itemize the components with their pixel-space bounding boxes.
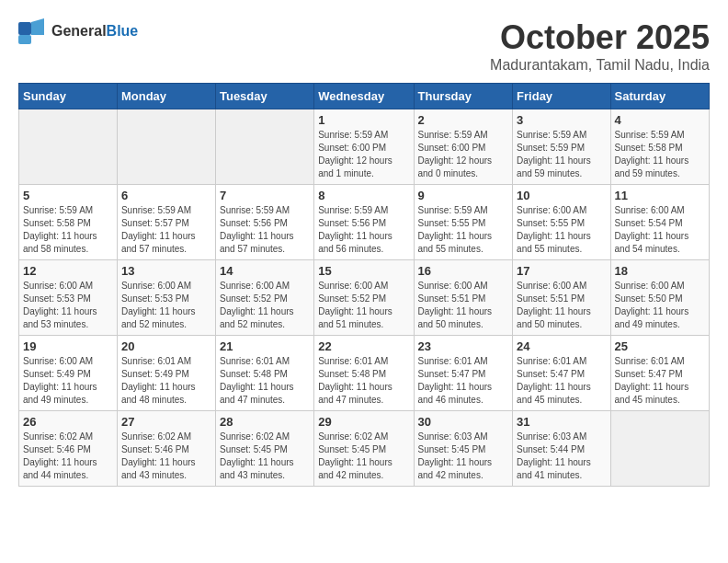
days-header-row: SundayMondayTuesdayWednesdayThursdayFrid… — [19, 84, 710, 109]
day-number: 6 — [121, 189, 211, 202]
calendar-cell: 21Sunrise: 6:01 AM Sunset: 5:48 PM Dayli… — [215, 336, 313, 411]
day-detail: Sunrise: 6:02 AM Sunset: 5:46 PM Dayligh… — [23, 431, 113, 482]
calendar-cell: 25Sunrise: 6:01 AM Sunset: 5:47 PM Dayli… — [610, 336, 709, 411]
calendar-cell: 8Sunrise: 5:59 AM Sunset: 5:56 PM Daylig… — [314, 185, 414, 260]
day-number: 27 — [121, 415, 211, 429]
day-detail: Sunrise: 5:59 AM Sunset: 5:59 PM Dayligh… — [517, 129, 606, 180]
title-area: October 2025 Madurantakam, Tamil Nadu, I… — [490, 18, 710, 74]
calendar-cell: 9Sunrise: 5:59 AM Sunset: 5:55 PM Daylig… — [414, 185, 513, 260]
day-detail: Sunrise: 6:00 AM Sunset: 5:54 PM Dayligh… — [615, 204, 705, 256]
day-number: 30 — [418, 415, 509, 429]
day-number: 21 — [220, 339, 310, 353]
logo-blue: Blue — [107, 23, 139, 39]
day-detail: Sunrise: 6:00 AM Sunset: 5:50 PM Dayligh… — [615, 280, 705, 331]
calendar-cell: 17Sunrise: 6:00 AM Sunset: 5:51 PM Dayli… — [513, 260, 610, 336]
calendar-cell: 3Sunrise: 5:59 AM Sunset: 5:59 PM Daylig… — [513, 109, 610, 185]
day-number: 3 — [517, 113, 606, 127]
calendar-cell: 1Sunrise: 5:59 AM Sunset: 6:00 PM Daylig… — [314, 109, 414, 185]
calendar-cell: 2Sunrise: 5:59 AM Sunset: 6:00 PM Daylig… — [414, 109, 513, 185]
calendar-table: SundayMondayTuesdayWednesdayThursdayFrid… — [18, 83, 710, 487]
calendar-cell: 30Sunrise: 6:03 AM Sunset: 5:45 PM Dayli… — [414, 411, 513, 487]
day-header-wednesday: Wednesday — [314, 84, 414, 109]
week-row-1: 1Sunrise: 5:59 AM Sunset: 6:00 PM Daylig… — [19, 109, 710, 185]
calendar-cell: 26Sunrise: 6:02 AM Sunset: 5:46 PM Dayli… — [19, 411, 118, 487]
day-header-friday: Friday — [513, 84, 610, 109]
day-detail: Sunrise: 5:59 AM Sunset: 5:55 PM Dayligh… — [418, 204, 509, 256]
day-detail: Sunrise: 5:59 AM Sunset: 6:00 PM Dayligh… — [318, 129, 409, 180]
day-header-monday: Monday — [117, 84, 215, 109]
calendar-cell: 18Sunrise: 6:00 AM Sunset: 5:50 PM Dayli… — [610, 260, 709, 336]
day-detail: Sunrise: 6:01 AM Sunset: 5:49 PM Dayligh… — [121, 355, 211, 407]
day-number: 13 — [121, 264, 211, 278]
day-number: 20 — [121, 339, 211, 353]
day-number: 15 — [318, 264, 409, 278]
day-number: 2 — [418, 113, 509, 127]
day-number: 29 — [318, 415, 409, 429]
day-number: 26 — [23, 415, 113, 429]
logo-icon — [18, 18, 48, 44]
day-detail: Sunrise: 6:02 AM Sunset: 5:45 PM Dayligh… — [220, 431, 310, 482]
svg-marker-1 — [31, 18, 44, 35]
header: GeneralBlue October 2025 Madurantakam, T… — [18, 18, 710, 74]
day-number: 23 — [418, 339, 509, 353]
day-detail: Sunrise: 6:00 AM Sunset: 5:55 PM Dayligh… — [517, 204, 606, 256]
day-detail: Sunrise: 6:01 AM Sunset: 5:47 PM Dayligh… — [418, 355, 509, 407]
day-number: 31 — [517, 415, 606, 429]
day-number: 28 — [220, 415, 310, 429]
calendar-cell: 28Sunrise: 6:02 AM Sunset: 5:45 PM Dayli… — [215, 411, 313, 487]
day-number: 16 — [418, 264, 509, 278]
day-number: 24 — [517, 339, 606, 353]
day-detail: Sunrise: 6:00 AM Sunset: 5:49 PM Dayligh… — [23, 355, 113, 407]
day-number: 10 — [517, 189, 606, 202]
day-number: 22 — [318, 339, 409, 353]
week-row-4: 19Sunrise: 6:00 AM Sunset: 5:49 PM Dayli… — [19, 336, 710, 411]
calendar-cell: 23Sunrise: 6:01 AM Sunset: 5:47 PM Dayli… — [414, 336, 513, 411]
calendar-cell: 13Sunrise: 6:00 AM Sunset: 5:53 PM Dayli… — [117, 260, 215, 336]
day-number: 8 — [318, 189, 409, 202]
day-number: 12 — [23, 264, 113, 278]
day-detail: Sunrise: 5:59 AM Sunset: 6:00 PM Dayligh… — [418, 129, 509, 180]
day-number: 25 — [615, 339, 705, 353]
calendar-cell — [215, 109, 313, 185]
logo: GeneralBlue — [18, 18, 138, 44]
day-number: 19 — [23, 339, 113, 353]
calendar-cell: 24Sunrise: 6:01 AM Sunset: 5:47 PM Dayli… — [513, 336, 610, 411]
day-detail: Sunrise: 6:02 AM Sunset: 5:45 PM Dayligh… — [318, 431, 409, 482]
calendar-cell: 31Sunrise: 6:03 AM Sunset: 5:44 PM Dayli… — [513, 411, 610, 487]
calendar-cell: 4Sunrise: 5:59 AM Sunset: 5:58 PM Daylig… — [610, 109, 709, 185]
calendar-cell: 15Sunrise: 6:00 AM Sunset: 5:52 PM Dayli… — [314, 260, 414, 336]
day-detail: Sunrise: 6:00 AM Sunset: 5:52 PM Dayligh… — [220, 280, 310, 331]
day-number: 11 — [615, 189, 705, 202]
calendar-cell: 12Sunrise: 6:00 AM Sunset: 5:53 PM Dayli… — [19, 260, 118, 336]
day-number: 1 — [318, 113, 409, 127]
calendar-cell: 5Sunrise: 5:59 AM Sunset: 5:58 PM Daylig… — [19, 185, 118, 260]
day-detail: Sunrise: 6:00 AM Sunset: 5:52 PM Dayligh… — [318, 280, 409, 331]
day-detail: Sunrise: 5:59 AM Sunset: 5:58 PM Dayligh… — [23, 204, 113, 256]
calendar-cell — [117, 109, 215, 185]
day-header-sunday: Sunday — [19, 84, 118, 109]
day-detail: Sunrise: 6:00 AM Sunset: 5:51 PM Dayligh… — [517, 280, 606, 331]
calendar-cell: 14Sunrise: 6:00 AM Sunset: 5:52 PM Dayli… — [215, 260, 313, 336]
svg-rect-2 — [18, 35, 31, 44]
calendar-cell: 11Sunrise: 6:00 AM Sunset: 5:54 PM Dayli… — [610, 185, 709, 260]
day-number: 9 — [418, 189, 509, 202]
day-detail: Sunrise: 6:03 AM Sunset: 5:44 PM Dayligh… — [517, 431, 606, 482]
day-number: 14 — [220, 264, 310, 278]
calendar-cell: 22Sunrise: 6:01 AM Sunset: 5:48 PM Dayli… — [314, 336, 414, 411]
calendar-cell — [610, 411, 709, 487]
day-header-saturday: Saturday — [610, 84, 709, 109]
calendar-cell: 19Sunrise: 6:00 AM Sunset: 5:49 PM Dayli… — [19, 336, 118, 411]
calendar-cell — [19, 109, 118, 185]
calendar-cell: 6Sunrise: 5:59 AM Sunset: 5:57 PM Daylig… — [117, 185, 215, 260]
day-detail: Sunrise: 6:01 AM Sunset: 5:47 PM Dayligh… — [615, 355, 705, 407]
svg-rect-0 — [18, 22, 31, 35]
week-row-5: 26Sunrise: 6:02 AM Sunset: 5:46 PM Dayli… — [19, 411, 710, 487]
day-detail: Sunrise: 5:59 AM Sunset: 5:56 PM Dayligh… — [318, 204, 409, 256]
day-header-thursday: Thursday — [414, 84, 513, 109]
calendar-cell: 29Sunrise: 6:02 AM Sunset: 5:45 PM Dayli… — [314, 411, 414, 487]
day-number: 5 — [23, 189, 113, 202]
calendar-cell: 16Sunrise: 6:00 AM Sunset: 5:51 PM Dayli… — [414, 260, 513, 336]
calendar-cell: 7Sunrise: 5:59 AM Sunset: 5:56 PM Daylig… — [215, 185, 313, 260]
day-number: 18 — [615, 264, 705, 278]
calendar-cell: 10Sunrise: 6:00 AM Sunset: 5:55 PM Dayli… — [513, 185, 610, 260]
